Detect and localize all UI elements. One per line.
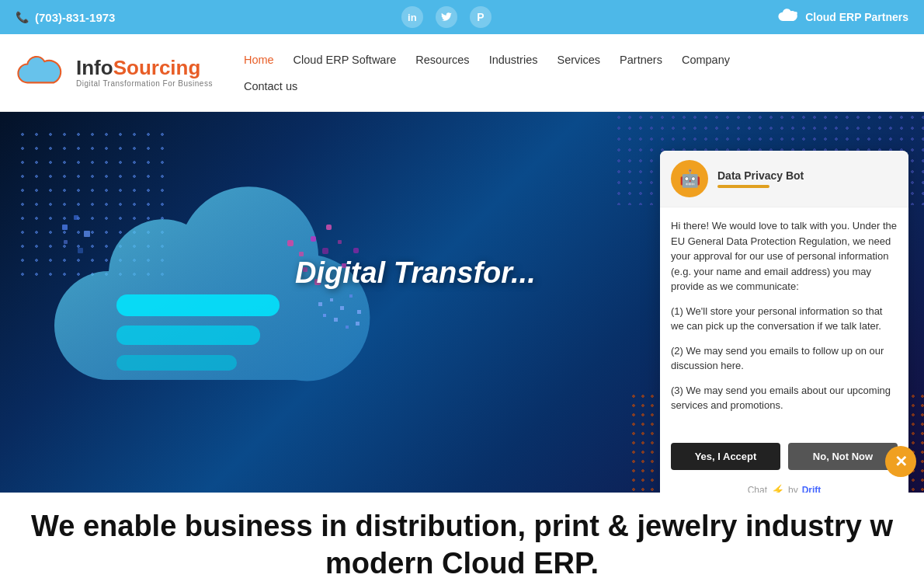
twitter-icon[interactable] (436, 6, 457, 28)
hero-bottom-section: We enable business in distribution, prin… (0, 493, 924, 585)
nav-company[interactable]: Company (674, 50, 738, 70)
bot-icon: 🤖 (679, 169, 700, 189)
top-bar: 📞 (703)-831-1973 in P Cloud ERP Partners (0, 0, 924, 34)
nav-services[interactable]: Services (550, 50, 609, 70)
svg-rect-23 (357, 310, 361, 314)
nav-contact[interactable]: Contact us (236, 76, 305, 96)
close-button[interactable]: ✕ (885, 446, 916, 477)
svg-rect-3 (116, 355, 237, 371)
drift-label: Drift (802, 485, 822, 493)
svg-rect-26 (346, 326, 349, 329)
svg-rect-18 (78, 248, 83, 253)
svg-rect-9 (326, 225, 332, 230)
nav-bar: InfoSourcing Digital Transformation For … (0, 34, 924, 112)
nav-cloud-erp-software[interactable]: Cloud ERP Software (286, 50, 405, 70)
svg-rect-21 (340, 306, 344, 310)
chat-point2: (2) We may send you emails to follow up … (671, 343, 898, 374)
chat-header: 🤖 Data Privacy Bot (660, 151, 908, 207)
logo-area: InfoSourcing Digital Transformation For … (16, 54, 213, 92)
no-not-now-button[interactable]: No, Not Now (788, 443, 898, 470)
logo-info: Info (76, 56, 113, 79)
svg-rect-6 (311, 236, 316, 242)
nav-partners[interactable]: Partners (612, 50, 670, 70)
logo-cloud-icon (16, 54, 68, 92)
bot-name: Data Privacy Bot (717, 169, 804, 182)
phone-number: (703)-831-1973 (35, 11, 115, 24)
chat-body[interactable]: Hi there! We would love to talk with you… (660, 207, 908, 434)
logo-text: InfoSourcing Digital Transformation For … (76, 57, 213, 88)
svg-rect-14 (62, 225, 68, 230)
svg-rect-20 (330, 298, 333, 301)
nav-resources[interactable]: Resources (408, 50, 477, 70)
nav-industries[interactable]: Industries (481, 50, 546, 70)
chat-point1: (1) We'll store your personal informatio… (671, 304, 898, 334)
svg-rect-25 (334, 318, 338, 322)
chat-point3: (3) We may send you emails about our upc… (671, 383, 898, 413)
phone-number-area[interactable]: 📞 (703)-831-1973 (16, 11, 115, 24)
svg-point-0 (794, 12, 797, 15)
svg-rect-19 (318, 302, 322, 306)
hero-digital-transform-text: Digital Transfor... (295, 256, 536, 290)
cloud-erp-partners[interactable]: Cloud ERP Partners (777, 9, 908, 26)
nav-home[interactable]: Home (236, 50, 282, 70)
chat-footer: Chat ⚡ by Drift (660, 479, 908, 493)
svg-rect-15 (74, 215, 78, 220)
chat-footer-text: Chat (748, 485, 767, 493)
svg-rect-24 (323, 314, 326, 317)
svg-rect-2 (116, 326, 260, 345)
chat-actions: Yes, I Accept No, Not Now (660, 434, 908, 479)
yes-accept-button[interactable]: Yes, I Accept (671, 443, 780, 470)
cloud-erp-icon (777, 9, 799, 26)
linkedin-icon[interactable]: in (401, 6, 423, 28)
svg-rect-22 (349, 294, 353, 298)
chat-footer-by: by (788, 485, 798, 493)
svg-rect-13 (353, 248, 359, 253)
cloud-hero-shape (47, 178, 373, 427)
social-icons: in P (401, 6, 492, 28)
bot-avatar: 🤖 (671, 160, 708, 197)
logo-sourcing: Sourcing (113, 56, 201, 79)
svg-rect-4 (287, 240, 294, 246)
svg-rect-10 (338, 240, 342, 244)
hero-section: Digital Transfor... 🤖 Data Privacy Bot H… (0, 112, 924, 493)
chat-intro-text: Hi there! We would love to talk with you… (671, 218, 898, 294)
hero-headline: We enable business in distribution, prin… (16, 508, 908, 582)
hero-headline-line1: We enable business in distribution, prin… (31, 510, 893, 542)
chat-widget: 🤖 Data Privacy Bot Hi there! We would lo… (660, 151, 908, 493)
svg-rect-1 (116, 294, 280, 316)
svg-rect-16 (84, 231, 90, 237)
logo-tagline: Digital Transformation For Business (76, 79, 213, 88)
svg-rect-27 (356, 322, 360, 326)
pinterest-icon[interactable]: P (470, 6, 492, 28)
svg-rect-7 (322, 248, 328, 254)
phone-icon: 📞 (16, 11, 29, 23)
hero-headline-line2: modern Cloud ERP. (325, 547, 599, 580)
drift-bolt-icon: ⚡ (771, 484, 784, 493)
chat-header-bar-decoration (717, 185, 769, 188)
svg-rect-17 (64, 240, 68, 244)
cloud-erp-label: Cloud ERP Partners (805, 11, 908, 23)
